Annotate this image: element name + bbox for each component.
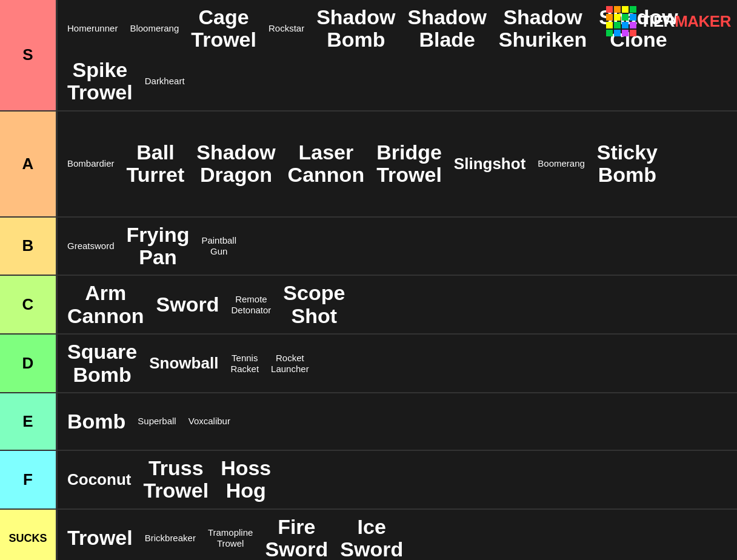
tier-item: Slingshot	[449, 153, 530, 175]
tier-item: Sword	[152, 291, 224, 318]
tier-item: Greatsword	[62, 238, 119, 254]
tier-item: Cage Trowel	[186, 4, 261, 54]
tier-item: Coconut	[62, 468, 136, 491]
tier-item: Superball	[133, 413, 181, 429]
tier-row-a: ABombardierBall TurretShadow DragonLaser…	[0, 112, 737, 218]
tier-item: Shadow Blade	[403, 4, 492, 54]
tier-row-d: DSquare BombSnowballTennis RacketRocket …	[0, 335, 737, 393]
tier-item: Sticky Bomb	[592, 139, 662, 189]
tier-item: Boomerang	[533, 156, 590, 172]
tier-label-d: D	[0, 335, 58, 392]
tier-item: Bloomerang	[125, 21, 184, 36]
tier-item: Paintball Gun	[196, 233, 241, 259]
tier-row-c: CArm CannonSwordRemote DetonatorScope Sh…	[0, 276, 737, 335]
tier-item: Bombardier	[62, 156, 119, 172]
tier-item: Scope Shot	[278, 279, 350, 330]
tier-item: Voxcalibur	[184, 413, 235, 429]
tier-label-sucks: SUCKS	[0, 510, 58, 560]
tier-items-e: BombSuperballVoxcalibur	[58, 393, 737, 450]
tier-item: Truss Trowel	[138, 455, 213, 505]
tier-item: Arm Cannon	[62, 279, 149, 330]
tier-item: Square Bomb	[62, 338, 142, 388]
tier-label-b: B	[0, 218, 58, 275]
tier-item: Tennis Racket	[225, 350, 264, 377]
tier-item: Fire Sword	[260, 513, 333, 560]
logo-grid-icon	[606, 6, 636, 36]
tier-label-a: A	[0, 112, 58, 216]
tiermaker-logo: TiERMAKER	[606, 6, 731, 36]
tier-item: Snowball	[144, 352, 223, 375]
tier-items-a: BombardierBall TurretShadow DragonLaser …	[58, 112, 737, 216]
tier-row-b: BGreatswordFrying PanPaintball Gun	[0, 218, 737, 276]
tier-item: Tramopline Trowel	[203, 525, 258, 552]
tier-label-e: E	[0, 393, 58, 450]
tier-item: Ice Sword	[335, 513, 408, 560]
tier-items-c: Arm CannonSwordRemote DetonatorScope Sho…	[58, 276, 737, 333]
tier-row-sucks: SUCKSTrowelBrickbreakerTramopline Trowel…	[0, 510, 737, 560]
tier-list: SHomerunnerBloomerangCage TrowelRockstar…	[0, 0, 737, 560]
tier-item: Rockstar	[264, 21, 309, 36]
tier-label-f: F	[0, 451, 58, 508]
tier-item: Hoss Hog	[216, 455, 276, 505]
tier-item: Shadow Shuriken	[494, 4, 592, 54]
tiermaker-logo-text: TiERMAKER	[640, 12, 731, 31]
tier-item: Bomb	[62, 408, 130, 435]
tier-items-f: CoconutTruss TrowelHoss Hog	[58, 451, 737, 508]
tier-row-f: FCoconutTruss TrowelHoss Hog	[0, 451, 737, 510]
tier-item: Bridge Trowel	[372, 139, 447, 189]
tier-item: Spike Trowel	[62, 56, 138, 107]
tier-item: Shadow Dragon	[192, 139, 280, 189]
tier-item: Trowel	[62, 524, 138, 552]
tier-item: Ball Turret	[122, 139, 190, 189]
tier-item: Rocket Launcher	[266, 350, 314, 377]
tier-item: Remote Detonator	[226, 292, 276, 318]
tier-items-d: Square BombSnowballTennis RacketRocket L…	[58, 335, 737, 392]
tier-row-e: EBombSuperballVoxcalibur	[0, 393, 737, 451]
tier-label-s: S	[0, 0, 58, 110]
tier-items-b: GreatswordFrying PanPaintball Gun	[58, 218, 737, 275]
tier-item: Laser Cannon	[283, 139, 370, 189]
tier-item: Shadow Bomb	[312, 4, 400, 54]
tier-label-c: C	[0, 276, 58, 333]
tier-item: Homerunner	[62, 21, 122, 36]
tier-item: Darkheart	[140, 73, 190, 89]
tier-item: Brickbreaker	[140, 530, 201, 546]
tier-item: Frying Pan	[122, 221, 195, 272]
tier-items-sucks: TrowelBrickbreakerTramopline TrowelFire …	[58, 510, 737, 560]
